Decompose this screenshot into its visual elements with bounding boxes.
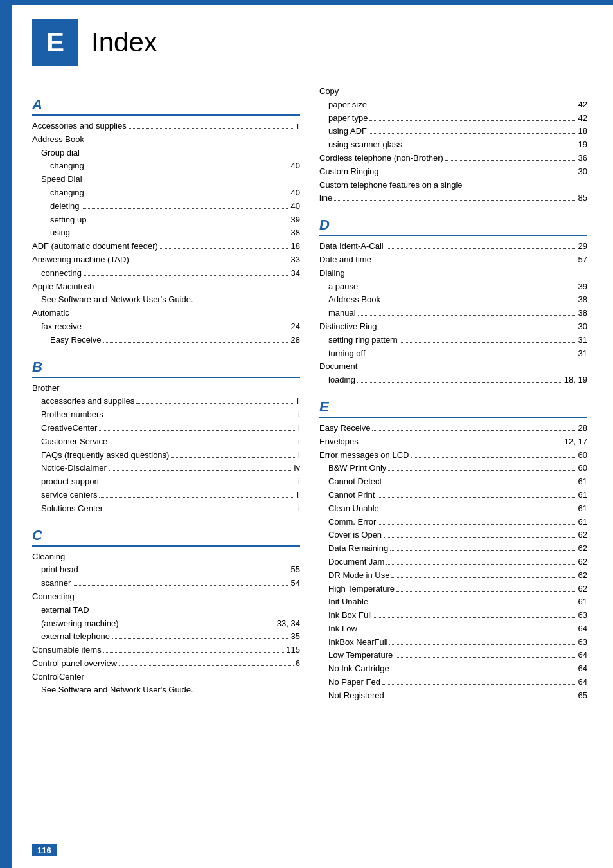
entry-page: 55: [291, 563, 300, 577]
index-entry: Brother: [32, 382, 300, 395]
entry-page: 28: [291, 334, 300, 347]
entry-label: external telephone: [41, 630, 110, 644]
entry-label: Brother: [32, 382, 60, 395]
index-entry: Dialing: [319, 267, 587, 280]
entry-label: external TAD: [41, 604, 89, 617]
left-accent: [0, 0, 12, 868]
entry-page: ii: [296, 395, 300, 408]
entry-label: Cannot Print: [328, 489, 375, 502]
dot-leader: [359, 631, 576, 631]
entry-page: 39: [291, 213, 300, 227]
entry-page: 30: [578, 320, 587, 334]
entry-label: Easy Receive: [50, 334, 101, 347]
entry-page: 38: [291, 226, 300, 240]
entry-label: Cover is Open: [328, 529, 382, 542]
index-entry: Automatic: [32, 307, 300, 320]
index-entry: High Temperature62: [319, 583, 587, 596]
entry-page: 19: [578, 138, 587, 152]
index-entry: loading18, 19: [319, 374, 587, 387]
index-entry: setting up39: [32, 213, 300, 227]
entry-label: CreativeCenter: [41, 422, 97, 435]
entry-label: service centers: [41, 489, 97, 502]
entry-page: 62: [578, 542, 587, 556]
index-entry: Cover is Open62: [319, 529, 587, 542]
index-entry: Address Book: [32, 133, 300, 147]
entry-page: i: [298, 449, 300, 462]
dot-leader: [357, 382, 562, 383]
dot-leader: [396, 591, 576, 592]
index-entry: Distinctive Ring30: [319, 320, 587, 334]
entry-label: fax receive: [41, 320, 82, 334]
dot-leader: [105, 417, 296, 417]
index-entry: ADF (automatic document feeder)18: [32, 240, 300, 253]
entry-label: using: [50, 226, 70, 240]
dot-leader: [386, 698, 576, 698]
entry-page: i: [298, 422, 300, 435]
dot-leader: [171, 457, 296, 458]
entry-label: Accessories and supplies: [32, 120, 127, 133]
entry-label: Custom telephone features on a single: [319, 179, 463, 192]
entry-page: 18: [291, 240, 300, 253]
footer-page-number: 116: [32, 844, 57, 856]
entry-page: i: [298, 435, 300, 449]
entry-page: 28: [578, 422, 587, 435]
section-letter: E: [319, 399, 329, 415]
index-entry: paper size42: [319, 98, 587, 112]
entry-page: 29: [578, 240, 587, 253]
entry-label: Custom Ringing: [319, 165, 379, 179]
dot-leader: [334, 200, 576, 201]
entry-page: 57: [578, 253, 587, 267]
dot-leader: [73, 585, 289, 586]
entry-label: Control panel overview: [32, 657, 117, 671]
dot-leader: [395, 657, 576, 658]
dot-leader: [377, 497, 576, 498]
dot-leader: [388, 470, 576, 471]
entry-page: 40: [291, 159, 300, 173]
entry-page: 33: [291, 253, 300, 267]
index-entry: using38: [32, 226, 300, 240]
entry-label: High Temperature: [328, 583, 395, 596]
dot-leader: [382, 684, 576, 685]
index-entry: B&W Print Only60: [319, 462, 587, 475]
dot-leader: [360, 289, 576, 289]
index-entry: No Ink Cartridge64: [319, 662, 587, 676]
entry-page: 61: [578, 489, 587, 502]
section-header-b: B: [32, 359, 300, 378]
entry-page: 40: [291, 200, 300, 213]
dot-leader: [368, 356, 576, 356]
entry-label: InkBox NearFull: [328, 636, 387, 649]
dot-leader: [84, 329, 289, 329]
index-entry: Answering machine (TAD)33: [32, 253, 300, 267]
section-header-e: E: [319, 399, 587, 418]
chapter-badge: E: [32, 19, 78, 66]
entry-label: Document: [319, 360, 357, 374]
dot-leader: [99, 430, 296, 431]
entry-label: Address Book: [32, 133, 84, 147]
dot-leader: [103, 652, 285, 653]
index-entry: Low Temperature64: [319, 649, 587, 662]
entry-label: Init Unable: [328, 595, 368, 609]
entry-label: setting ring pattern: [328, 334, 398, 347]
entry-label: turning off: [328, 347, 366, 361]
entry-page: 62: [578, 583, 587, 596]
index-entry: Cordless telephone (non-Brother)36: [319, 152, 587, 165]
index-entry: accessories and suppliesii: [32, 395, 300, 408]
index-entry: external telephone35: [32, 630, 300, 644]
index-entry: changing40: [32, 186, 300, 200]
entry-label: Customer Service: [41, 435, 107, 449]
dot-leader: [381, 174, 576, 174]
index-entry: Consumable items115: [32, 644, 300, 657]
index-entry: turning off31: [319, 347, 587, 361]
dot-leader: [86, 195, 289, 195]
section-header-a: A: [32, 96, 300, 116]
entry-page: 31: [578, 334, 587, 347]
dot-leader: [378, 524, 576, 525]
entry-label: Data Ident-A-Call: [319, 240, 384, 253]
entry-label: Envelopes: [319, 435, 359, 449]
index-entry: setting ring pattern31: [319, 334, 587, 347]
entry-page: 24: [291, 320, 300, 334]
section-letter: B: [32, 359, 42, 375]
index-entry: Custom telephone features on a single: [319, 179, 587, 192]
header: E Index: [0, 0, 613, 78]
dot-leader: [82, 208, 289, 209]
